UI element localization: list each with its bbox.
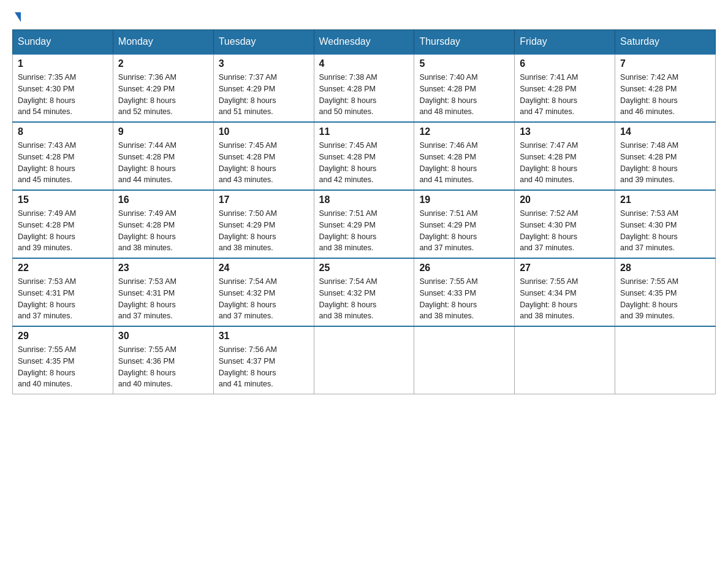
calendar-day-cell: 29 Sunrise: 7:55 AM Sunset: 4:35 PM Dayl… <box>13 326 113 394</box>
calendar-day-cell: 25 Sunrise: 7:54 AM Sunset: 4:32 PM Dayl… <box>314 258 414 326</box>
day-of-week-header: Tuesday <box>213 30 314 55</box>
day-number: 26 <box>419 262 509 274</box>
day-of-week-header: Saturday <box>615 30 716 55</box>
day-number: 4 <box>319 58 409 69</box>
day-info: Sunrise: 7:49 AM Sunset: 4:28 PM Dayligh… <box>118 208 208 254</box>
day-info: Sunrise: 7:45 AM Sunset: 4:28 PM Dayligh… <box>319 140 409 186</box>
calendar-day-cell: 26 Sunrise: 7:55 AM Sunset: 4:33 PM Dayl… <box>414 258 515 326</box>
day-of-week-header: Monday <box>113 30 213 55</box>
calendar-day-cell: 19 Sunrise: 7:51 AM Sunset: 4:29 PM Dayl… <box>414 190 515 258</box>
day-number: 28 <box>620 262 710 274</box>
day-info: Sunrise: 7:41 AM Sunset: 4:28 PM Dayligh… <box>520 72 610 118</box>
calendar-day-cell: 9 Sunrise: 7:44 AM Sunset: 4:28 PM Dayli… <box>113 122 213 190</box>
day-number: 6 <box>520 58 610 69</box>
calendar-day-cell: 23 Sunrise: 7:53 AM Sunset: 4:31 PM Dayl… <box>113 258 213 326</box>
calendar-week-row: 15 Sunrise: 7:49 AM Sunset: 4:28 PM Dayl… <box>13 190 716 258</box>
day-of-week-header: Sunday <box>13 30 113 55</box>
calendar-day-cell <box>515 326 615 394</box>
day-number: 17 <box>219 194 309 205</box>
calendar-day-cell: 27 Sunrise: 7:55 AM Sunset: 4:34 PM Dayl… <box>515 258 615 326</box>
day-info: Sunrise: 7:36 AM Sunset: 4:29 PM Dayligh… <box>118 72 208 118</box>
day-info: Sunrise: 7:54 AM Sunset: 4:32 PM Dayligh… <box>219 276 309 322</box>
calendar-day-cell: 18 Sunrise: 7:51 AM Sunset: 4:29 PM Dayl… <box>314 190 414 258</box>
calendar-week-row: 1 Sunrise: 7:35 AM Sunset: 4:30 PM Dayli… <box>13 54 716 122</box>
calendar-day-cell: 17 Sunrise: 7:50 AM Sunset: 4:29 PM Dayl… <box>213 190 314 258</box>
day-info: Sunrise: 7:49 AM Sunset: 4:28 PM Dayligh… <box>18 208 108 254</box>
day-number: 21 <box>620 194 710 205</box>
day-number: 19 <box>419 194 509 205</box>
day-info: Sunrise: 7:56 AM Sunset: 4:37 PM Dayligh… <box>219 344 309 390</box>
day-info: Sunrise: 7:43 AM Sunset: 4:28 PM Dayligh… <box>18 140 108 186</box>
day-info: Sunrise: 7:55 AM Sunset: 4:34 PM Dayligh… <box>520 276 610 322</box>
calendar-day-cell: 31 Sunrise: 7:56 AM Sunset: 4:37 PM Dayl… <box>213 326 314 394</box>
calendar-day-cell: 20 Sunrise: 7:52 AM Sunset: 4:30 PM Dayl… <box>515 190 615 258</box>
day-number: 15 <box>18 194 108 205</box>
calendar-week-row: 22 Sunrise: 7:53 AM Sunset: 4:31 PM Dayl… <box>13 258 716 326</box>
day-of-week-header: Friday <box>515 30 615 55</box>
day-info: Sunrise: 7:53 AM Sunset: 4:30 PM Dayligh… <box>620 208 710 254</box>
day-number: 12 <box>419 126 509 137</box>
day-info: Sunrise: 7:42 AM Sunset: 4:28 PM Dayligh… <box>620 72 710 118</box>
day-info: Sunrise: 7:51 AM Sunset: 4:29 PM Dayligh… <box>419 208 509 254</box>
calendar-day-cell: 15 Sunrise: 7:49 AM Sunset: 4:28 PM Dayl… <box>13 190 113 258</box>
day-number: 20 <box>520 194 610 205</box>
day-number: 24 <box>219 262 309 274</box>
day-number: 1 <box>18 58 108 69</box>
day-info: Sunrise: 7:48 AM Sunset: 4:28 PM Dayligh… <box>620 140 710 186</box>
day-info: Sunrise: 7:55 AM Sunset: 4:36 PM Dayligh… <box>118 344 208 390</box>
day-info: Sunrise: 7:55 AM Sunset: 4:35 PM Dayligh… <box>620 276 710 322</box>
calendar-day-cell: 10 Sunrise: 7:45 AM Sunset: 4:28 PM Dayl… <box>213 122 314 190</box>
calendar-day-cell <box>414 326 515 394</box>
calendar-day-cell: 3 Sunrise: 7:37 AM Sunset: 4:29 PM Dayli… <box>213 54 314 122</box>
logo-arrow-icon <box>15 12 21 22</box>
calendar-day-cell: 12 Sunrise: 7:46 AM Sunset: 4:28 PM Dayl… <box>414 122 515 190</box>
calendar-day-cell: 11 Sunrise: 7:45 AM Sunset: 4:28 PM Dayl… <box>314 122 414 190</box>
calendar-day-cell: 14 Sunrise: 7:48 AM Sunset: 4:28 PM Dayl… <box>615 122 716 190</box>
calendar-day-cell <box>314 326 414 394</box>
day-number: 8 <box>18 126 108 137</box>
day-info: Sunrise: 7:38 AM Sunset: 4:28 PM Dayligh… <box>319 72 409 118</box>
calendar-day-cell: 7 Sunrise: 7:42 AM Sunset: 4:28 PM Dayli… <box>615 54 716 122</box>
day-number: 14 <box>620 126 710 137</box>
day-number: 5 <box>419 58 509 69</box>
day-number: 10 <box>219 126 309 137</box>
day-number: 22 <box>18 262 108 274</box>
day-info: Sunrise: 7:54 AM Sunset: 4:32 PM Dayligh… <box>319 276 409 322</box>
calendar-day-cell: 28 Sunrise: 7:55 AM Sunset: 4:35 PM Dayl… <box>615 258 716 326</box>
day-number: 27 <box>520 262 610 274</box>
day-info: Sunrise: 7:51 AM Sunset: 4:29 PM Dayligh… <box>319 208 409 254</box>
calendar-day-cell: 21 Sunrise: 7:53 AM Sunset: 4:30 PM Dayl… <box>615 190 716 258</box>
day-number: 16 <box>118 194 208 205</box>
day-info: Sunrise: 7:53 AM Sunset: 4:31 PM Dayligh… <box>118 276 208 322</box>
day-info: Sunrise: 7:35 AM Sunset: 4:30 PM Dayligh… <box>18 72 108 118</box>
day-number: 18 <box>319 194 409 205</box>
calendar-day-cell: 13 Sunrise: 7:47 AM Sunset: 4:28 PM Dayl… <box>515 122 615 190</box>
page-header <box>12 12 716 20</box>
day-info: Sunrise: 7:53 AM Sunset: 4:31 PM Dayligh… <box>18 276 108 322</box>
calendar-day-cell: 22 Sunrise: 7:53 AM Sunset: 4:31 PM Dayl… <box>13 258 113 326</box>
calendar-day-cell: 4 Sunrise: 7:38 AM Sunset: 4:28 PM Dayli… <box>314 54 414 122</box>
calendar-day-cell: 1 Sunrise: 7:35 AM Sunset: 4:30 PM Dayli… <box>13 54 113 122</box>
day-info: Sunrise: 7:40 AM Sunset: 4:28 PM Dayligh… <box>419 72 509 118</box>
calendar-week-row: 29 Sunrise: 7:55 AM Sunset: 4:35 PM Dayl… <box>13 326 716 394</box>
calendar-day-cell: 8 Sunrise: 7:43 AM Sunset: 4:28 PM Dayli… <box>13 122 113 190</box>
day-info: Sunrise: 7:52 AM Sunset: 4:30 PM Dayligh… <box>520 208 610 254</box>
day-info: Sunrise: 7:44 AM Sunset: 4:28 PM Dayligh… <box>118 140 208 186</box>
calendar-day-cell: 2 Sunrise: 7:36 AM Sunset: 4:29 PM Dayli… <box>113 54 213 122</box>
calendar-week-row: 8 Sunrise: 7:43 AM Sunset: 4:28 PM Dayli… <box>13 122 716 190</box>
day-number: 9 <box>118 126 208 137</box>
day-info: Sunrise: 7:55 AM Sunset: 4:33 PM Dayligh… <box>419 276 509 322</box>
day-info: Sunrise: 7:55 AM Sunset: 4:35 PM Dayligh… <box>18 344 108 390</box>
calendar-body: 1 Sunrise: 7:35 AM Sunset: 4:30 PM Dayli… <box>13 54 716 394</box>
day-of-week-header: Wednesday <box>314 30 414 55</box>
day-number: 31 <box>219 331 309 342</box>
day-info: Sunrise: 7:45 AM Sunset: 4:28 PM Dayligh… <box>219 140 309 186</box>
calendar-day-cell: 5 Sunrise: 7:40 AM Sunset: 4:28 PM Dayli… <box>414 54 515 122</box>
day-info: Sunrise: 7:47 AM Sunset: 4:28 PM Dayligh… <box>520 140 610 186</box>
day-info: Sunrise: 7:37 AM Sunset: 4:29 PM Dayligh… <box>219 72 309 118</box>
logo-text <box>12 12 21 22</box>
calendar-day-cell <box>615 326 716 394</box>
day-number: 30 <box>118 331 208 342</box>
day-number: 11 <box>319 126 409 137</box>
day-number: 23 <box>118 262 208 274</box>
